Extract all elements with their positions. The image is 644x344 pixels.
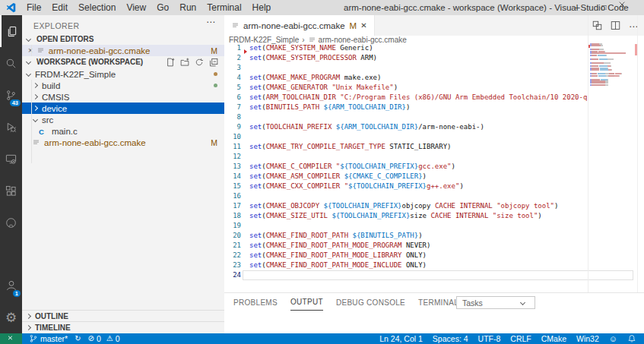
tree-item-cmsis[interactable]: CMSIS xyxy=(22,91,224,103)
code-line[interactable]: 1set(CMAKE_SYSTEM_NAME Generic) xyxy=(224,43,644,53)
status-language-mode[interactable]: CMake xyxy=(541,334,566,343)
activity-account[interactable]: 1 xyxy=(0,270,22,301)
section-workspace[interactable]: WORKSPACE (WORKSPACE) xyxy=(22,56,224,68)
menu-edit[interactable]: Edit xyxy=(46,0,73,15)
code-line[interactable]: 8 xyxy=(224,112,644,122)
line-number[interactable]: 6 xyxy=(224,93,241,103)
tree-item-arm-none-eabi-gcc-cmake[interactable]: arm-none-eabi-gcc.cmakeM xyxy=(22,137,224,148)
status-eol[interactable]: CRLF xyxy=(510,334,531,343)
code-line[interactable]: 14set(CMAKE_ASM_COMPILER ${CMAKE_C_COMPI… xyxy=(224,172,644,181)
line-number[interactable]: 18 xyxy=(224,211,241,221)
git-branch[interactable]: master* xyxy=(29,334,68,343)
menu-terminal[interactable]: Terminal xyxy=(201,0,246,15)
activity-remote-explorer[interactable] xyxy=(0,143,22,175)
activity-source-control[interactable]: 43 xyxy=(0,79,22,111)
line-number[interactable]: 13 xyxy=(224,162,241,172)
code-line[interactable]: 7set(BINUTILS_PATH ${ARM_TOOLCHAIN_DIR}) xyxy=(224,103,644,112)
code-line[interactable]: 3 xyxy=(224,63,644,73)
code-line[interactable]: 5set(CMAKE_GENERATOR "Unix Makefile") xyxy=(224,83,644,93)
code-line[interactable]: 15set(CMAKE_CXX_COMPILER "${TOOLCHAIN_PR… xyxy=(224,181,644,191)
code-line[interactable]: 9set(TOOLCHAIN_PREFIX ${ARM_TOOLCHAIN_DI… xyxy=(224,122,644,132)
remote-indicator[interactable] xyxy=(0,333,22,344)
activity-github[interactable] xyxy=(0,207,22,238)
problems-summary[interactable]: ⊘ 0 ⚠ 0 xyxy=(88,334,120,343)
panel-tab-problems[interactable]: PROBLEMS xyxy=(233,295,278,311)
tree-item-main-c[interactable]: Cmain.c xyxy=(22,125,224,137)
line-number[interactable]: 2 xyxy=(224,53,241,63)
line-number[interactable]: 20 xyxy=(224,231,241,241)
line-number[interactable]: 22 xyxy=(224,251,241,260)
code-line[interactable]: 16 xyxy=(224,191,644,201)
sync-changes[interactable]: ↻ xyxy=(75,335,81,342)
activity-run-debug[interactable] xyxy=(0,111,22,143)
code-line[interactable]: 12 xyxy=(224,152,644,162)
activity-explorer[interactable] xyxy=(0,15,22,47)
line-number[interactable]: 23 xyxy=(224,260,241,270)
code-line[interactable]: 20set(CMAKE_FIND_ROOT_PATH ${BINUTILS_PA… xyxy=(224,231,644,241)
tree-item-device[interactable]: device xyxy=(22,103,224,114)
line-number[interactable]: 9 xyxy=(224,122,241,132)
status-encoding[interactable]: UTF-8 xyxy=(478,334,501,343)
line-number[interactable]: 5 xyxy=(224,83,241,93)
line-number[interactable]: 1 xyxy=(224,43,241,53)
menu-selection[interactable]: Selection xyxy=(73,0,121,15)
line-number[interactable]: 7 xyxy=(224,103,241,112)
activity-extensions[interactable] xyxy=(0,175,22,207)
status-notifications[interactable] xyxy=(627,334,636,343)
panel-tab-output[interactable]: OUTPUT xyxy=(290,294,323,311)
code-line[interactable]: 13set(CMAKE_C_COMPILER "${TOOLCHAIN_PREF… xyxy=(224,162,644,172)
line-number[interactable]: 8 xyxy=(224,112,241,122)
code-line[interactable]: 24 xyxy=(224,270,644,280)
menu-help[interactable]: Help xyxy=(247,0,277,15)
line-number[interactable]: 21 xyxy=(224,241,241,251)
line-number[interactable]: 4 xyxy=(224,73,241,83)
code-line[interactable]: 19 xyxy=(224,221,644,231)
new-folder-icon[interactable] xyxy=(180,58,189,67)
menu-view[interactable]: View xyxy=(121,0,151,15)
tree-item-frdm-k22f-simple[interactable]: FRDM-K22F_Simple xyxy=(22,68,224,80)
line-number[interactable]: 3 xyxy=(224,63,241,73)
new-file-icon[interactable] xyxy=(166,58,175,67)
activity-settings[interactable]: ⚙ xyxy=(0,301,22,333)
line-number[interactable]: 14 xyxy=(224,172,241,181)
code-line[interactable]: 6set(ARM_TOOLCHAIN_DIR "C:/Program Files… xyxy=(224,93,644,103)
code-line[interactable]: 10 xyxy=(224,132,644,142)
section-open-editors[interactable]: OPEN EDITORS xyxy=(22,33,224,45)
tree-item-src[interactable]: src xyxy=(22,114,224,125)
menu-go[interactable]: Go xyxy=(151,0,174,15)
status-feedback[interactable]: ☺ xyxy=(609,335,617,343)
code-line[interactable]: 2set(CMAKE_SYSTEM_PROCESSOR ARM) xyxy=(224,53,644,63)
more-actions-icon[interactable]: ⋯ xyxy=(206,17,215,27)
refresh-icon[interactable] xyxy=(195,58,204,67)
line-number[interactable]: 10 xyxy=(224,132,241,142)
minimize-button[interactable]: – xyxy=(564,0,591,15)
code-line[interactable]: 22set(CMAKE_FIND_ROOT_PATH_MODE_LIBRARY … xyxy=(224,251,644,260)
close-button[interactable] xyxy=(617,0,644,15)
code-line[interactable]: 18set(CMAKE_SIZE_UTIL ${TOOLCHAIN_PREFIX… xyxy=(224,211,644,221)
panel-tab-terminal[interactable]: TERMINAL xyxy=(418,295,458,311)
line-number[interactable]: 11 xyxy=(224,142,241,152)
line-number[interactable]: 24 xyxy=(224,270,241,280)
code-line[interactable]: 11set(CMAKE_TRY_COMPILE_TARGET_TYPE STAT… xyxy=(224,142,644,152)
line-number[interactable]: 17 xyxy=(224,201,241,211)
collapse-all-icon[interactable] xyxy=(209,58,218,67)
tree-item-build[interactable]: build xyxy=(22,80,224,91)
maximize-button[interactable]: □ xyxy=(591,0,617,15)
section-timeline[interactable]: TIMELINE xyxy=(22,321,224,333)
activity-search[interactable] xyxy=(0,47,22,79)
code-line[interactable]: 17set(CMAKE_OBJCOPY ${TOOLCHAIN_PREFIX}o… xyxy=(224,201,644,211)
status-indentation[interactable]: Spaces: 4 xyxy=(433,334,468,343)
code-line[interactable]: 21set(CMAKE_FIND_ROOT_PATH_MODE_PROGRAM … xyxy=(224,241,644,251)
status-platform[interactable]: Win32 xyxy=(576,334,599,343)
section-outline[interactable]: OUTLINE xyxy=(22,310,224,321)
line-number[interactable]: 12 xyxy=(224,152,241,162)
menu-run[interactable]: Run xyxy=(174,0,201,15)
menu-file[interactable]: File xyxy=(21,0,46,15)
line-number[interactable]: 15 xyxy=(224,181,241,191)
minimap[interactable] xyxy=(588,43,634,96)
status-cursor-position[interactable]: Ln 24, Col 1 xyxy=(379,334,423,343)
open-editor-item[interactable]: ×arm-none-eabi-gcc.cmakeM xyxy=(22,45,224,56)
code-editor[interactable]: 1set(CMAKE_SYSTEM_NAME Generic)2set(CMAK… xyxy=(224,15,644,292)
line-number[interactable]: 19 xyxy=(224,221,241,231)
line-number[interactable]: 16 xyxy=(224,191,241,201)
